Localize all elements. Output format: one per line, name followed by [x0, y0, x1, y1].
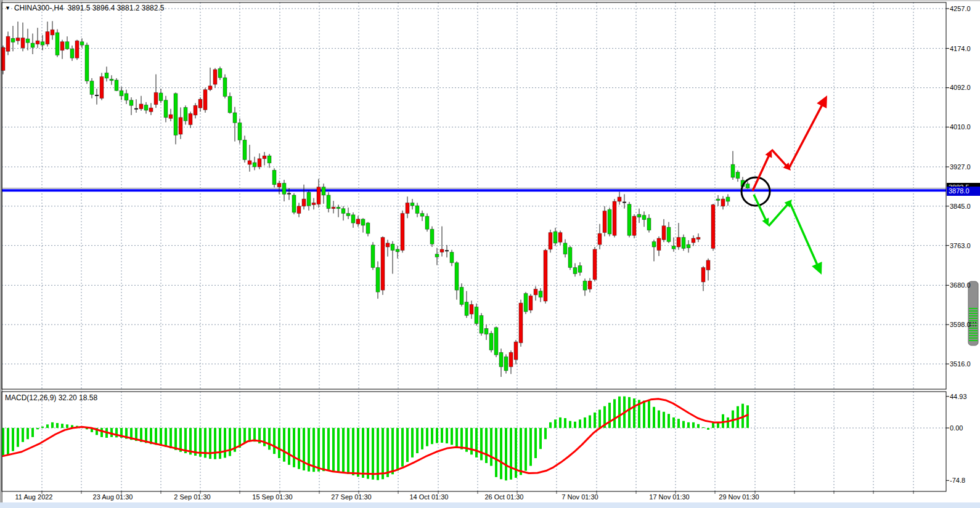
- macd-axis-label: 44.93: [950, 393, 967, 401]
- price-axis-label: 3680.0: [950, 281, 971, 289]
- macd-indicator-label: MACD(12,26,9) 32.20 18.58: [5, 393, 97, 402]
- macd-axis-label: -74.8: [950, 477, 965, 485]
- price-axis-label: 3763.0: [950, 242, 971, 250]
- symbol-timeframe-label: CHINA300-,H4: [14, 4, 63, 12]
- macd-axis-label: 0.00: [950, 424, 963, 432]
- symbol-dropdown-icon[interactable]: ▼: [5, 5, 10, 11]
- chart-window: ▼CHINA300-,H4 3891.5 3896.4 3881.2 3882.…: [0, 0, 980, 508]
- price-axis-label: 3927.0: [950, 163, 971, 171]
- time-axis-label: 15 Sep 01:30: [252, 493, 292, 501]
- scrollbar-thumb[interactable]: [968, 281, 978, 345]
- chart-title: ▼CHINA300-,H4 3891.5 3896.4 3881.2 3882.…: [5, 4, 164, 12]
- time-axis-label: 14 Oct 01:30: [410, 493, 449, 501]
- time-axis-label: 11 Aug 2022: [15, 493, 53, 501]
- time-axis-label: 27 Sep 01:30: [331, 493, 371, 501]
- time-axis-label: 2 Sep 01:30: [174, 493, 210, 501]
- price-axis-label: 3598.0: [950, 321, 971, 329]
- price-axis-label: 3845.0: [950, 203, 971, 211]
- time-axis-label: 17 Nov 01:30: [649, 493, 689, 501]
- price-axis-label: 4010.0: [950, 123, 971, 131]
- time-axis-label: 26 Oct 01:30: [485, 493, 524, 501]
- price-axis-label: 4092.0: [950, 84, 971, 92]
- blue-line-price-tag: 3878.0: [947, 187, 980, 196]
- price-axis-label: 3516.0: [950, 360, 971, 368]
- chart-canvas[interactable]: [0, 0, 980, 508]
- time-axis-label: 7 Nov 01:30: [561, 493, 598, 501]
- ohlc-values-label: 3891.5 3896.4 3881.2 3882.5: [68, 4, 165, 12]
- price-axis-label: 4257.0: [950, 5, 971, 13]
- time-axis-label: 29 Nov 01:30: [719, 493, 759, 501]
- price-axis-label: 4174.0: [950, 45, 971, 53]
- time-axis-label: 23 Aug 01:30: [93, 493, 133, 501]
